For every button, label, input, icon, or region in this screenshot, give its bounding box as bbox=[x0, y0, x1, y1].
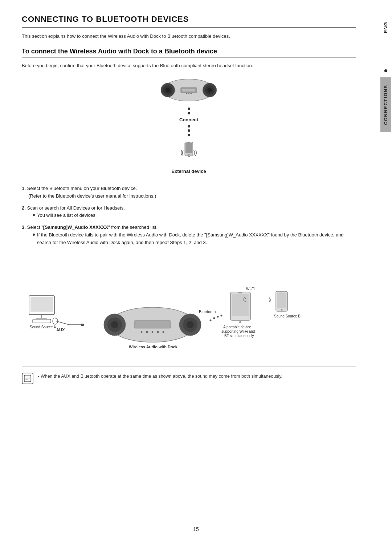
svg-rect-38 bbox=[134, 320, 171, 328]
external-device-label: External device bbox=[171, 169, 206, 174]
svg-text:BT simultaneously: BT simultaneously bbox=[224, 334, 254, 338]
bluetooth-illustration: Connect ( ( ) ) External bbox=[22, 76, 356, 174]
note-bullet: ▪ bbox=[38, 374, 41, 379]
computer-icon bbox=[29, 296, 84, 326]
sound-source-a-label: Sound Source A bbox=[30, 325, 56, 329]
svg-point-41 bbox=[152, 331, 154, 333]
step-3: 3. Select "[Samsung]W_Audio XXXXXX" from… bbox=[22, 224, 356, 246]
svg-rect-30 bbox=[81, 324, 84, 326]
diagram-svg: AUX Sound Source A bbox=[22, 258, 356, 359]
bullet-dot-2 bbox=[33, 214, 35, 216]
step-2-number: 2. bbox=[22, 205, 27, 211]
svg-rect-49 bbox=[232, 294, 249, 316]
svg-point-6 bbox=[207, 88, 212, 93]
svg-rect-61 bbox=[279, 292, 284, 292]
svg-point-3 bbox=[166, 88, 170, 93]
page-subtitle: This section explains how to connect the… bbox=[22, 33, 356, 39]
wireless-audio-dock bbox=[104, 307, 201, 342]
step-1-number: 1. bbox=[22, 186, 27, 191]
step-2-bullet: You will see a list of devices. bbox=[33, 212, 356, 219]
step-3-number: 3. bbox=[22, 224, 27, 230]
svg-text:): ) bbox=[195, 149, 197, 156]
portable-device-label: A portable device bbox=[223, 325, 251, 329]
bullet-dot-3 bbox=[33, 234, 35, 236]
step-2: 2. Scan or search for All Devices or for… bbox=[22, 204, 356, 220]
step-3-text-after: " from the searched list. bbox=[108, 224, 158, 230]
step-3-bold: [Samsung]W_Audio XXXXXX bbox=[43, 224, 108, 230]
tablet-icon bbox=[230, 292, 250, 323]
svg-point-43 bbox=[163, 331, 164, 333]
svg-rect-62 bbox=[24, 375, 31, 382]
side-tab: ENG CONNECTIONS bbox=[379, 0, 392, 543]
svg-point-40 bbox=[146, 331, 148, 333]
page-title: CONNECTING TO BLUETOOTH DEVICES bbox=[22, 15, 356, 24]
dot-4 bbox=[188, 129, 190, 132]
step-2-text: Scan or search for All Devices or for He… bbox=[27, 205, 125, 211]
step-3-bullet-text: If the Bluetooth device fails to pair wi… bbox=[37, 231, 356, 247]
svg-rect-15 bbox=[185, 143, 192, 153]
side-tab-eng-label: ENG bbox=[383, 22, 388, 33]
connect-dots: Connect bbox=[179, 108, 198, 136]
svg-rect-22 bbox=[30, 297, 53, 312]
dot-3 bbox=[188, 125, 190, 127]
svg-point-10 bbox=[188, 93, 189, 94]
svg-text:(: ( bbox=[182, 150, 184, 155]
steps-section: 1. Select the Bluetooth menu on your Blu… bbox=[22, 185, 356, 247]
step-1: 1. Select the Bluetooth menu on your Blu… bbox=[22, 185, 356, 200]
side-dot bbox=[384, 69, 387, 72]
svg-point-66 bbox=[24, 375, 25, 376]
svg-point-11 bbox=[191, 93, 192, 94]
svg-point-60 bbox=[281, 309, 283, 311]
note-icon bbox=[22, 373, 33, 384]
bluetooth-label: Bluetooth bbox=[199, 309, 216, 314]
note-text: ▪ When the AUX and Bluetooth operate at … bbox=[38, 373, 282, 380]
svg-rect-59 bbox=[277, 293, 286, 308]
sound-source-b-label: Sound Source B bbox=[274, 314, 301, 318]
side-tab-connections: CONNECTIONS bbox=[380, 69, 391, 132]
svg-point-50 bbox=[239, 321, 241, 323]
svg-point-16 bbox=[188, 154, 189, 155]
page-number: 15 bbox=[193, 526, 199, 532]
svg-rect-20 bbox=[188, 156, 190, 157]
svg-point-42 bbox=[157, 331, 159, 333]
svg-point-34 bbox=[111, 321, 118, 328]
step-3-bullet: If the Bluetooth device fails to pair wi… bbox=[33, 231, 356, 247]
svg-rect-51 bbox=[238, 292, 242, 293]
note-text-content: When the AUX and Bluetooth operate at th… bbox=[41, 374, 282, 379]
svg-point-44 bbox=[210, 319, 212, 321]
svg-point-39 bbox=[141, 331, 143, 333]
step-3-text-before: Select " bbox=[27, 224, 43, 230]
note-section: ▪ When the AUX and Bluetooth operate at … bbox=[22, 366, 356, 384]
svg-point-45 bbox=[213, 317, 215, 319]
svg-point-46 bbox=[217, 316, 219, 317]
step-1-sub: (Refer to the Bluetooth device's user ma… bbox=[28, 193, 156, 199]
svg-rect-25 bbox=[33, 319, 51, 323]
page-title-section: CONNECTING TO BLUETOOTH DEVICES bbox=[22, 15, 356, 28]
svg-rect-8 bbox=[182, 89, 196, 92]
step-1-text: Select the Bluetooth menu on your Blueto… bbox=[27, 186, 137, 191]
note-content: ▪ When the AUX and Bluetooth operate at … bbox=[38, 373, 282, 380]
wireless-audio-label: Wireless Audio with Dock bbox=[129, 345, 178, 349]
connections-label: CONNECTIONS bbox=[380, 77, 391, 132]
wifi-to-phone-signal: ( ( bbox=[269, 296, 271, 302]
svg-text:(: ( bbox=[270, 298, 271, 302]
dot-1 bbox=[188, 108, 190, 110]
svg-text:supporting Wi-Fi and: supporting Wi-Fi and bbox=[221, 329, 255, 333]
speaker-icon bbox=[160, 76, 218, 105]
phone-icon: ( ( ) ) bbox=[180, 139, 198, 166]
svg-point-37 bbox=[187, 321, 194, 328]
phone-sound-source-b bbox=[276, 291, 287, 311]
section-intro: Before you begin, confirm that your Blue… bbox=[22, 63, 356, 68]
connect-label: Connect bbox=[179, 117, 198, 122]
svg-line-28 bbox=[56, 321, 69, 325]
wifi-label: Wi-Fi bbox=[246, 287, 254, 291]
svg-point-47 bbox=[221, 315, 222, 316]
svg-rect-17 bbox=[187, 142, 190, 143]
svg-point-9 bbox=[186, 93, 187, 94]
step-2-bullet-text: You will see a list of devices. bbox=[37, 212, 97, 219]
section-heading: To connect the Wireless Audio with Dock … bbox=[22, 48, 356, 58]
diagram-section: AUX Sound Source A bbox=[22, 258, 356, 359]
aux-label: AUX bbox=[56, 328, 65, 332]
dot-2 bbox=[188, 112, 190, 114]
dot-5 bbox=[188, 134, 190, 136]
